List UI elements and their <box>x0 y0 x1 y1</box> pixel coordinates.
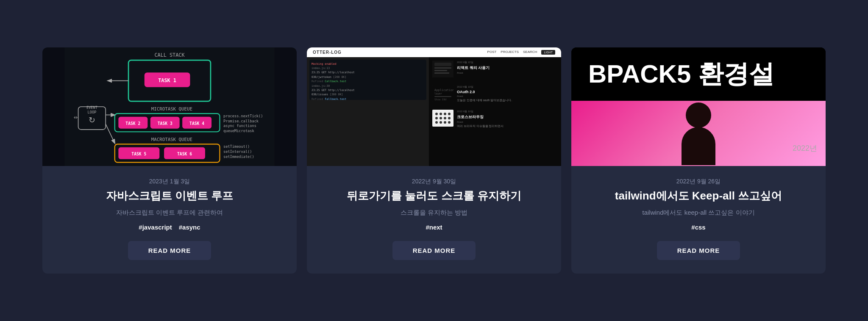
nav-search: SEARCH <box>523 50 537 55</box>
term-line-3: 23:25 GET http://localhost <box>312 70 424 75</box>
card-1-thumbnail: CALL STACK TASK 1 ↻ EVENT LOOP <box>42 47 297 166</box>
blog-post-1-tag: #next <box>457 72 558 74</box>
card-2-body: 2022년 9월 30일 뒤로가기를 눌러도 스크롤 유지하기 스크롤을 유지하… <box>307 166 561 274</box>
blog-terminal-panel: Mocking enabled index.js:13 23:25 GET ht… <box>307 57 429 166</box>
svg-text:async functions: async functions <box>223 124 256 128</box>
nav-theme-btn[interactable]: LIGHT <box>541 50 555 55</box>
svg-text:TASK 4: TASK 4 <box>189 121 204 126</box>
card-3-read-more[interactable]: READ MORE <box>657 241 740 260</box>
svg-rect-34 <box>434 72 449 74</box>
blog-nav-links: POST PROJECTS SEARCH LIGHT <box>487 50 555 55</box>
blog-post-2-thumb: Application layer Show ENV <box>432 85 453 102</box>
card-event-loop: CALL STACK TASK 1 ↻ EVENT LOOP <box>42 47 297 274</box>
card-3-tags: #css <box>585 224 812 231</box>
term-line-9: Refined Fallback.test <box>312 97 424 100</box>
call-stack-label: CALL STACK <box>154 52 185 58</box>
card-1-read-more[interactable]: READ MORE <box>128 241 211 260</box>
card-1-tags: #javascript #async <box>56 224 283 231</box>
blog-post-3-tag: #next <box>457 121 558 123</box>
card-3-date: 2022년 9월 26일 <box>585 178 812 185</box>
svg-point-46 <box>440 117 442 119</box>
webpack-title-text: BPACK5 환경설 <box>588 60 774 88</box>
blog-post-3-info: 2022 6월 10일 크로스브라우징 #next 여러 브라우저 이슈들을 정… <box>457 110 558 128</box>
svg-text:LOOP: LOOP <box>88 110 97 114</box>
svg-text:TASK 3: TASK 3 <box>158 121 172 126</box>
svg-text:EVENT: EVENT <box>86 105 97 110</box>
card-tailwind: BPACK5 환경설 2022년 2022년 9월 26일 tailwind에서… <box>571 47 826 274</box>
card-3-description: tailwind에서도 keep-all 쓰고싶은 이야기 <box>585 209 812 217</box>
svg-text:Promise.callback: Promise.callback <box>223 119 259 123</box>
svg-rect-32 <box>434 67 451 69</box>
person-silhouette <box>665 98 732 166</box>
task5-label: TASK 5 <box>131 152 146 156</box>
card-2-read-more[interactable]: READ MORE <box>392 241 476 260</box>
cards-container: CALL STACK TASK 1 ↻ EVENT LOOP <box>31 47 837 274</box>
nav-projects: PROJECTS <box>501 50 519 55</box>
svg-text:queueMicrotask: queueMicrotask <box>223 129 254 133</box>
svg-point-50 <box>440 121 442 124</box>
blog-post-2-desc: 오늘은 인증에 대해 oauth 알아보겠습니다. <box>457 98 558 102</box>
blog-post-1-date: 2022 6월 22일 <box>457 61 558 64</box>
tag-next: #next <box>426 224 442 231</box>
term-line-7: 23:25 GET http://localhost <box>312 88 424 92</box>
card-1-title: 자바스크립트 이벤트 루프 <box>56 189 283 203</box>
card-3-title: tailwind에서도 Keep-all 쓰고싶어 <box>585 189 812 203</box>
blog-post-1: 2022 6월 22일 리액트 쿼리 사용기 #next <box>432 61 558 77</box>
blog-post-2-date: 2022 6월 19일 <box>457 85 558 89</box>
card-2-tags: #next <box>320 224 548 231</box>
svg-text:MACROTASK QUEUE: MACROTASK QUEUE <box>151 136 192 142</box>
card-2-date: 2022년 9월 30일 <box>320 178 548 185</box>
card-3-thumbnail: BPACK5 환경설 2022년 <box>571 47 826 166</box>
tag-async: #async <box>179 224 200 231</box>
term-line-6: index.js:30 <box>312 84 424 88</box>
svg-text:process.nextTick(): process.nextTick() <box>223 113 263 118</box>
blog-posts-panel: 2022 6월 22일 리액트 쿼리 사용기 #next Application <box>429 57 561 166</box>
blog-terminal: Mocking enabled index.js:13 23:25 GET ht… <box>309 60 426 100</box>
blog-post-3-thumb <box>432 110 453 127</box>
card-scroll: OTTER-LOG POST PROJECTS SEARCH LIGHT Moc… <box>307 47 561 274</box>
blog-post-3-date: 2022 6월 10일 <box>457 110 558 113</box>
svg-point-41 <box>435 113 438 115</box>
term-line-5: Refined Callback.test <box>312 79 424 83</box>
svg-text:↻: ↻ <box>89 115 95 124</box>
svg-text:⇔: ⇔ <box>74 115 78 120</box>
tag-css: #css <box>691 224 705 231</box>
svg-point-47 <box>444 117 446 119</box>
blog-content: Mocking enabled index.js:13 23:25 GET ht… <box>307 57 561 166</box>
term-line-4: 030/jwttoken [200 OK] <box>312 75 424 79</box>
svg-text:setInterval(): setInterval() <box>223 149 252 153</box>
blog-post-2: Application layer Show ENV 2022 6월 19일 O… <box>432 85 558 102</box>
svg-rect-38 <box>434 96 451 97</box>
card-1-body: 2023년 1월 3일 자바스크립트 이벤트 루프 자바스크립트 이벤트 루프에… <box>42 166 297 274</box>
blog-logo: OTTER-LOG <box>313 50 342 55</box>
svg-point-43 <box>444 113 446 115</box>
svg-text:MICROTASK QUEUE: MICROTASK QUEUE <box>151 106 192 111</box>
card-3-body: 2022년 9월 26일 tailwind에서도 Keep-all 쓰고싶어 t… <box>571 166 826 274</box>
svg-point-49 <box>435 121 438 124</box>
card-1-date: 2023년 1월 3일 <box>56 178 283 185</box>
nav-post: POST <box>487 50 497 55</box>
blog-post-2-title: OAuth 2.0 <box>457 90 558 94</box>
blog-post-1-title: 리액트 쿼리 사용기 <box>457 65 558 71</box>
blog-post-1-info: 2022 6월 22일 리액트 쿼리 사용기 #next <box>457 61 558 74</box>
term-line-8: 030/issues [200 OK] <box>312 92 424 97</box>
blog-post-1-thumb <box>432 61 453 77</box>
svg-point-51 <box>444 121 446 124</box>
svg-point-52 <box>448 121 451 124</box>
card-2-thumbnail: OTTER-LOG POST PROJECTS SEARCH LIGHT Moc… <box>307 47 561 166</box>
card-2-description: 스크롤을 유지하는 방법 <box>320 209 548 217</box>
blog-post-3-title: 크로스브라우징 <box>457 114 558 120</box>
svg-rect-33 <box>434 70 447 71</box>
blog-post-3-desc: 여러 브라우저 이슈들을 정리하면서 <box>457 124 558 128</box>
svg-text:layer: layer <box>434 92 442 95</box>
task1-label: TASK 1 <box>158 77 176 83</box>
term-line-1: Mocking enabled <box>312 62 424 66</box>
blog-post-2-tag: #next <box>457 95 558 97</box>
card-2-title: 뒤로가기를 눌러도 스크롤 유지하기 <box>320 189 548 203</box>
svg-point-42 <box>440 113 442 115</box>
card-1-description: 자바스크립트 이벤트 루프에 관련하여 <box>56 209 283 217</box>
blog-screenshot: OTTER-LOG POST PROJECTS SEARCH LIGHT Moc… <box>307 47 561 166</box>
blog-nav: OTTER-LOG POST PROJECTS SEARCH LIGHT <box>307 47 561 57</box>
webpack-year: 2022년 <box>793 143 817 153</box>
svg-text:Show ENV: Show ENV <box>434 98 447 101</box>
